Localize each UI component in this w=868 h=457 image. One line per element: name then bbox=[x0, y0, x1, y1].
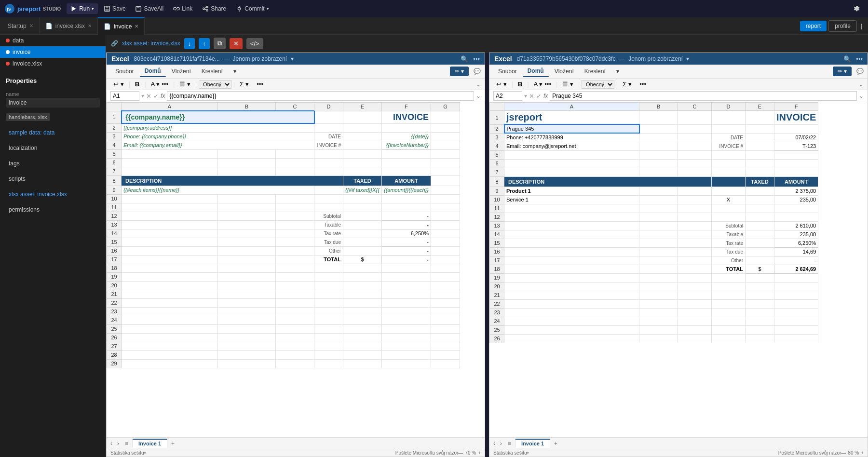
right-menu-more[interactable]: ▾ bbox=[611, 66, 624, 77]
left-col-header-B[interactable]: B bbox=[218, 103, 276, 111]
right-comment-icon[interactable]: 💬 bbox=[856, 68, 864, 75]
left-col-header-G[interactable]: G bbox=[431, 103, 460, 111]
delete-button[interactable]: ✕ bbox=[230, 38, 243, 49]
right-bold-button[interactable]: B bbox=[515, 80, 526, 89]
share-button[interactable]: Share bbox=[198, 3, 230, 14]
left-align-button[interactable]: ☰ ▾ bbox=[176, 80, 193, 89]
right-number-format[interactable]: Obecný bbox=[582, 80, 614, 89]
left-cell-A3[interactable]: Phone: {{company.phone}} bbox=[122, 132, 314, 141]
saveall-button[interactable]: SaveAll bbox=[132, 3, 168, 14]
right-sheet-next[interactable]: › bbox=[498, 439, 504, 448]
left-sheet-add[interactable]: + bbox=[168, 439, 177, 448]
left-cell-A8[interactable]: DESCRIPTION bbox=[122, 175, 343, 186]
tab-invoice[interactable]: 📄 invoice ✕ bbox=[98, 17, 145, 35]
sidebar-item-data[interactable]: data bbox=[0, 35, 106, 46]
left-bold-button[interactable]: B bbox=[132, 80, 143, 89]
settings-button[interactable] bbox=[850, 3, 864, 14]
right-cell-A2[interactable]: Prague 345 bbox=[504, 124, 639, 133]
right-collapse-icon[interactable]: ⌄ bbox=[859, 81, 864, 88]
right-formula-confirm[interactable]: ✓ bbox=[536, 93, 542, 100]
left-formula-collapse[interactable]: ⌄ bbox=[476, 93, 481, 99]
right-menu-kresleni[interactable]: Kreslení bbox=[580, 66, 610, 77]
left-col-header-F[interactable]: F bbox=[381, 103, 431, 111]
right-align-button[interactable]: ☰ ▾ bbox=[559, 80, 576, 89]
left-formula-input[interactable] bbox=[167, 91, 474, 101]
left-draw-button[interactable]: ✏ ▾ bbox=[450, 67, 469, 76]
right-menu-soubor[interactable]: Soubor bbox=[493, 66, 522, 77]
right-more-button[interactable]: ••• bbox=[637, 80, 649, 89]
left-undo-button[interactable]: ↩ ▾ bbox=[110, 80, 127, 89]
right-excel-menu-icon[interactable]: ••• bbox=[856, 55, 863, 63]
left-excel-menu-icon[interactable]: ••• bbox=[473, 55, 480, 63]
left-cell-ref[interactable] bbox=[110, 91, 139, 101]
left-cell-F1[interactable]: INVOICE bbox=[381, 111, 431, 123]
left-collapse-icon[interactable]: ⌄ bbox=[476, 81, 481, 88]
right-menu-domu[interactable]: Domů bbox=[523, 66, 549, 77]
right-formula-cancel[interactable]: ✕ bbox=[529, 93, 534, 100]
left-fill-button[interactable]: A ▾ ••• bbox=[148, 80, 172, 89]
right-fill-button[interactable]: A ▾ ••• bbox=[531, 80, 555, 89]
left-cell-A4[interactable]: Email: {{company.email}} bbox=[122, 141, 314, 149]
left-menu-more[interactable]: ▾ bbox=[229, 66, 241, 77]
right-col-header-E[interactable]: E bbox=[746, 103, 774, 111]
right-menu-vlozeni[interactable]: Vložení bbox=[550, 66, 579, 77]
right-sheet-tab-invoice1[interactable]: Invoice 1 bbox=[515, 439, 550, 448]
right-cell-ref[interactable] bbox=[493, 91, 522, 101]
right-excel-search-icon[interactable]: 🔍 bbox=[843, 55, 851, 63]
left-sheet-prev[interactable]: ‹ bbox=[108, 439, 114, 448]
right-col-header-C[interactable]: C bbox=[678, 103, 712, 111]
left-sigma-button[interactable]: Σ ▾ bbox=[237, 80, 252, 89]
tab-close-startup[interactable]: ✕ bbox=[29, 23, 33, 28]
right-sheet-prev[interactable]: ‹ bbox=[491, 439, 497, 448]
left-sheet-next[interactable]: › bbox=[115, 439, 121, 448]
link-button[interactable]: Link bbox=[169, 3, 196, 14]
left-comment-icon[interactable]: 💬 bbox=[474, 68, 481, 75]
left-formula-cancel[interactable]: ✕ bbox=[146, 93, 151, 100]
right-col-header-B[interactable]: B bbox=[639, 103, 678, 111]
left-cell-G1[interactable] bbox=[431, 111, 460, 123]
right-formula-arrow[interactable]: ▾ bbox=[524, 93, 527, 99]
right-col-header-A[interactable]: A bbox=[504, 103, 639, 111]
left-excel-search-icon[interactable]: 🔍 bbox=[461, 55, 468, 63]
left-sheet-menu[interactable]: ≡ bbox=[122, 439, 131, 448]
left-col-header-D[interactable]: D bbox=[314, 103, 343, 111]
tab-startup[interactable]: Startup ✕ bbox=[2, 17, 40, 35]
left-formula-arrow[interactable]: ▾ bbox=[141, 93, 144, 99]
upload-button[interactable]: ↑ bbox=[199, 38, 210, 49]
clone-button[interactable]: ⧉ bbox=[214, 38, 226, 49]
tab-invoice-xlsx[interactable]: 📄 invoice.xlsx ✕ bbox=[40, 17, 98, 35]
left-excel-grid-wrapper[interactable]: A B C D E F G 1 bbox=[107, 102, 485, 437]
left-formula-confirm[interactable]: ✓ bbox=[153, 93, 159, 100]
right-col-header-F[interactable]: F bbox=[774, 103, 818, 111]
report-button[interactable]: report bbox=[800, 21, 827, 31]
save-button[interactable]: Save bbox=[100, 3, 129, 14]
tab-close-invoice[interactable]: ✕ bbox=[135, 24, 138, 29]
right-sheet-add[interactable]: + bbox=[551, 439, 560, 448]
left-menu-vlozeni[interactable]: Vložení bbox=[167, 66, 196, 77]
download-button[interactable]: ↓ bbox=[184, 38, 195, 49]
code-button[interactable]: </> bbox=[246, 38, 263, 49]
right-col-header-D[interactable]: D bbox=[712, 103, 746, 111]
right-cell-A1[interactable]: jsreport bbox=[504, 111, 639, 125]
right-sigma-button[interactable]: Σ ▾ bbox=[620, 80, 635, 89]
right-cell-A8[interactable]: DESCRIPTION bbox=[504, 176, 712, 187]
left-number-format[interactable]: Obecný bbox=[199, 80, 231, 89]
left-menu-kresleni[interactable]: Kreslení bbox=[197, 66, 228, 77]
right-cell-F1[interactable]: INVOICE bbox=[774, 111, 818, 125]
left-menu-soubor[interactable]: Soubor bbox=[110, 66, 139, 77]
left-cell-E1[interactable] bbox=[343, 111, 382, 123]
asset-link[interactable]: xlsx asset: invoice.xlsx bbox=[122, 40, 180, 47]
left-col-header-C[interactable]: C bbox=[276, 103, 314, 111]
left-more-button[interactable]: ••• bbox=[254, 80, 266, 89]
left-col-header-A[interactable]: A bbox=[122, 103, 218, 111]
right-formula-input[interactable] bbox=[550, 91, 857, 101]
left-cell-A2[interactable]: {{company.address}} bbox=[122, 123, 314, 132]
left-sheet-tab-invoice1[interactable]: Invoice 1 bbox=[132, 439, 167, 448]
tab-close-invoice-xlsx[interactable]: ✕ bbox=[88, 23, 92, 28]
right-draw-button[interactable]: ✏ ▾ bbox=[833, 67, 852, 76]
right-undo-button[interactable]: ↩ ▾ bbox=[493, 80, 510, 89]
left-cell-A1[interactable]: {{company.name}} bbox=[122, 111, 314, 123]
right-sheet-menu[interactable]: ≡ bbox=[505, 439, 514, 448]
right-excel-grid-wrapper[interactable]: A B C D E F 1 jsreport bbox=[489, 102, 868, 437]
profile-button[interactable]: profile bbox=[828, 20, 857, 32]
